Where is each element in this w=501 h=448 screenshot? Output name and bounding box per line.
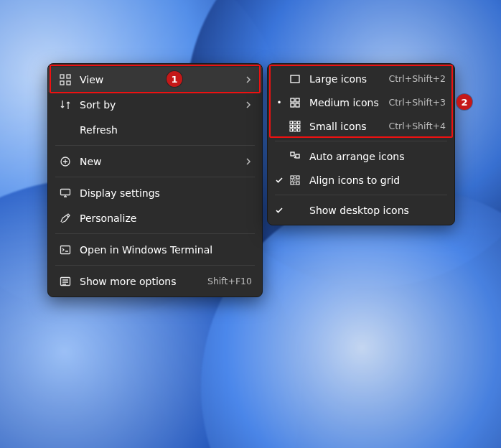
view-submenu: Large icons Ctrl+Shift+2 • Medium icons … [267,63,455,225]
svg-rect-27 [296,182,299,185]
show-more-icon [58,276,72,287]
svg-rect-26 [291,182,294,185]
menu-item-label: Display settings [80,187,252,199]
svg-rect-16 [290,125,293,128]
submenu-item-show-desktop-icons[interactable]: Show desktop icons [268,198,454,222]
svg-rect-8 [291,75,299,83]
menu-item-new[interactable]: New [48,149,262,174]
svg-rect-17 [294,125,296,128]
menu-item-view[interactable]: View [48,67,262,92]
menu-item-label: Sort by [80,99,245,111]
sort-icon [58,99,72,111]
submenu-item-shortcut: Ctrl+Shift+3 [388,97,446,108]
menu-separator [55,145,255,146]
small-icons-icon [288,121,302,132]
submenu-item-medium-icons[interactable]: • Medium icons Ctrl+Shift+3 [268,90,454,114]
submenu-item-small-icons[interactable]: Small icons Ctrl+Shift+4 [268,114,454,138]
auto-arrange-icon [288,151,302,162]
terminal-icon [58,244,72,256]
menu-item-refresh[interactable]: Refresh [48,117,262,142]
svg-rect-2 [60,81,64,85]
svg-rect-12 [296,103,299,107]
svg-rect-25 [296,176,299,179]
svg-rect-3 [67,81,70,85]
medium-icons-icon [288,97,302,108]
svg-rect-0 [60,75,64,78]
menu-item-label: Refresh [80,124,252,136]
personalize-icon [58,213,72,224]
svg-rect-13 [290,121,293,124]
menu-item-open-terminal[interactable]: Open in Windows Terminal [48,237,262,262]
menu-item-display-settings[interactable]: Display settings [48,180,262,205]
menu-item-label: Show more options [80,276,207,287]
svg-rect-5 [61,189,70,195]
menu-separator [275,195,447,195]
svg-rect-23 [296,154,299,158]
menu-item-show-more[interactable]: Show more options Shift+F10 [48,269,262,294]
check-indicator [273,176,285,185]
submenu-item-shortcut: Ctrl+Shift+2 [388,73,446,84]
svg-rect-21 [297,129,300,131]
submenu-item-auto-arrange[interactable]: Auto arrange icons [268,144,454,168]
menu-item-personalize[interactable]: Personalize [48,205,262,230]
desktop-context-menu: View Sort by Refresh New [47,63,263,297]
menu-separator [55,265,255,266]
svg-rect-6 [61,246,70,253]
svg-rect-18 [297,125,300,128]
svg-rect-24 [291,176,294,179]
large-icons-icon [288,73,302,85]
menu-item-label: Personalize [80,213,252,224]
menu-item-shortcut: Shift+F10 [207,276,252,286]
svg-rect-10 [296,98,299,102]
svg-rect-11 [291,103,294,107]
submenu-item-shortcut: Ctrl+Shift+4 [388,121,446,131]
menu-item-label: View [80,74,245,85]
submenu-item-label: Medium icons [309,97,388,108]
chevron-right-icon [245,101,252,108]
svg-rect-19 [290,129,293,131]
svg-rect-14 [294,121,296,124]
menu-separator [55,233,255,234]
menu-separator [275,141,447,141]
menu-item-label: New [80,156,245,167]
submenu-item-label: Align icons to grid [309,174,446,186]
submenu-item-align-grid[interactable]: Align icons to grid [268,168,454,192]
new-icon [58,156,72,167]
menu-item-label: Open in Windows Terminal [80,244,252,256]
view-icon [58,74,72,85]
submenu-item-label: Auto arrange icons [309,151,446,162]
submenu-item-large-icons[interactable]: Large icons Ctrl+Shift+2 [268,67,454,90]
submenu-item-label: Large icons [309,73,388,85]
submenu-item-label: Small icons [309,121,388,132]
svg-rect-9 [291,98,294,102]
chevron-right-icon [245,158,252,165]
align-grid-icon [288,174,302,186]
display-icon [58,187,72,199]
svg-rect-15 [297,121,300,124]
chevron-right-icon [245,76,252,83]
menu-item-sort-by[interactable]: Sort by [48,92,262,117]
svg-rect-22 [291,152,294,156]
check-indicator [273,206,285,215]
menu-separator [55,177,255,177]
radio-indicator: • [273,98,285,108]
submenu-item-label: Show desktop icons [309,205,446,216]
svg-rect-1 [67,75,70,78]
svg-rect-20 [294,129,296,131]
